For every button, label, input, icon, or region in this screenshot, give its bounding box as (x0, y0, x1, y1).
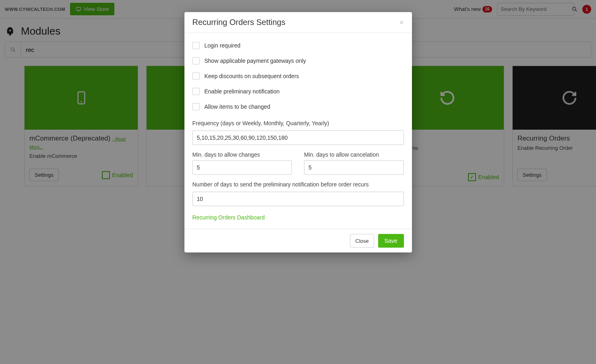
min-cancel-label: Min. days to allow cancelation (304, 151, 404, 158)
min-cancel-input[interactable] (304, 160, 404, 175)
close-button[interactable]: Close (350, 234, 374, 248)
show-gateways-checkbox[interactable]: Show applicable payment gateways only (192, 54, 404, 68)
modal-overlay: Recurring Orders Settings × Login requir… (0, 0, 596, 364)
min-changes-input[interactable] (192, 160, 292, 175)
checkbox-label: Show applicable payment gateways only (205, 58, 306, 64)
frequency-input[interactable] (192, 130, 404, 145)
frequency-label: Frequency (days or Weekly, Monthly, Quar… (192, 120, 404, 126)
checkbox-icon (192, 72, 200, 80)
recurring-orders-modal: Recurring Orders Settings × Login requir… (184, 12, 412, 252)
keep-discounts-checkbox[interactable]: Keep discounts on subsequent orders (192, 69, 404, 83)
checkbox-icon (192, 103, 200, 110)
close-icon[interactable]: × (399, 19, 404, 26)
prelim-days-input[interactable] (192, 192, 404, 206)
prelim-days-label: Number of days to send the preliminary n… (192, 181, 404, 188)
save-button[interactable]: Save (378, 234, 404, 248)
login-required-checkbox[interactable]: Login required (192, 39, 404, 52)
allow-item-change-checkbox[interactable]: Allow items to be changed (192, 100, 404, 114)
modal-title: Recurring Orders Settings (192, 18, 399, 27)
checkbox-icon (192, 57, 200, 64)
checkbox-label: Keep discounts on subsequent orders (205, 73, 299, 79)
checkbox-label: Allow items to be changed (205, 103, 270, 110)
checkbox-icon (192, 88, 200, 95)
preliminary-notification-checkbox[interactable]: Enable preliminary notification (192, 85, 404, 98)
checkbox-icon (192, 42, 200, 49)
min-changes-label: Min. days to allow changes (192, 151, 292, 158)
checkbox-label: Enable preliminary notification (205, 88, 280, 95)
recurring-dashboard-link[interactable]: Recurring Orders Dashboard (192, 214, 404, 221)
checkbox-label: Login required (205, 42, 241, 49)
